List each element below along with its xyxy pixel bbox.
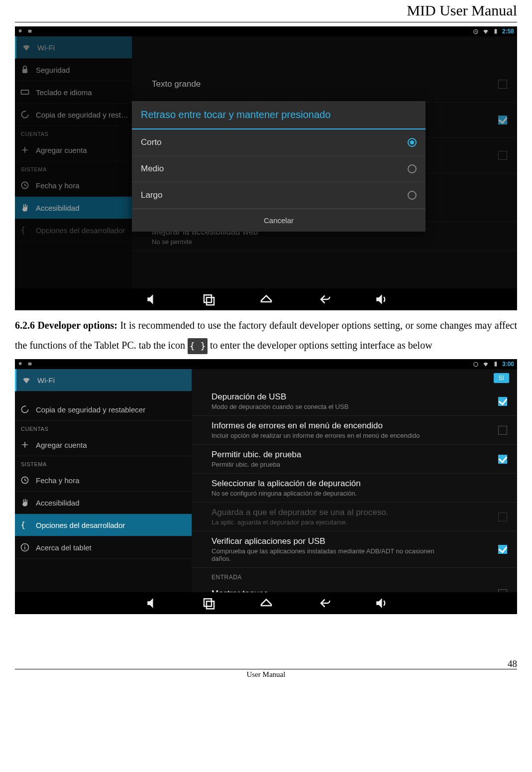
svg-rect-3 [495, 29, 497, 33]
home-icon[interactable] [259, 596, 274, 611]
back-icon[interactable] [316, 292, 331, 307]
bug-icon [18, 27, 25, 34]
sidebar-item-accessibility[interactable]: Accesibilidad [15, 492, 192, 514]
option-label: Medio [141, 164, 164, 174]
svg-point-10 [19, 362, 22, 365]
option-label: Largo [141, 190, 162, 200]
status-left [18, 360, 33, 369]
detail-select-debug-app[interactable]: Seleccionar la aplicación de depuración … [192, 474, 517, 503]
section-number: 6.2.6 Developer options: [15, 320, 117, 331]
alarm-icon [472, 28, 479, 35]
wifi-icon [21, 375, 31, 385]
detail-verify-usb-apps[interactable]: Verificar aplicaciones por USB Comprueba… [192, 531, 517, 568]
battery-icon [492, 361, 499, 368]
checkbox[interactable] [498, 397, 507, 406]
detail-title: Informes de errores en el menú de encend… [212, 421, 420, 431]
radio[interactable] [408, 191, 417, 200]
dialog-title: Retraso entre tocar y mantener presionad… [132, 101, 426, 129]
detail-usb-debug[interactable]: Depuración de USB Modo de depuración cua… [192, 387, 517, 416]
home-icon[interactable] [259, 292, 274, 307]
android-icon [26, 360, 33, 367]
dialog-option-short[interactable]: Corto [132, 129, 426, 156]
dialog-option-medium[interactable]: Medio [132, 156, 426, 182]
sidebar-item-wifi[interactable]: Wi-Fi [15, 369, 192, 391]
sidebar-header-system: SISTEMA [15, 456, 192, 469]
svg-rect-1 [28, 29, 32, 32]
sidebar-item-datetime[interactable]: Fecha y hora [15, 469, 192, 492]
android-icon [26, 27, 33, 34]
detail-title: Aguarda a que el depurador se una al pro… [212, 508, 388, 517]
footer-text: User Manual [247, 670, 286, 678]
dialog-cancel-button[interactable]: Cancelar [132, 209, 426, 232]
detail-title: Seleccionar la aplicación de depuración [212, 479, 361, 489]
checkbox[interactable] [498, 426, 507, 435]
detail-wait-debugger: Aguarda a que el depurador se una al pro… [192, 503, 517, 531]
volume-down-icon[interactable] [144, 292, 159, 307]
section-text-2: to enter the developer options setting i… [208, 340, 432, 351]
status-time: 2:58 [502, 28, 514, 35]
svg-rect-18 [24, 545, 25, 546]
svg-text:{ }: { } [21, 520, 30, 529]
sidebar-item-developer[interactable]: { } Opciones del desarrollador [15, 514, 192, 536]
option-label: Corto [141, 137, 162, 147]
radio[interactable] [408, 138, 417, 147]
system-nav-bar [15, 592, 517, 614]
sidebar-item-label: Opciones del desarrollador [36, 521, 125, 529]
dialog-option-long[interactable]: Largo [132, 182, 426, 209]
radio[interactable] [408, 164, 417, 173]
battery-icon [492, 28, 499, 35]
braces-icon: { } [20, 520, 30, 530]
sidebar-item-backup[interactable]: Copia de seguridad y restablecer [15, 398, 192, 421]
sidebar-item-label: Copia de seguridad y restablecer [36, 405, 145, 414]
back-icon[interactable] [316, 596, 331, 611]
detail-subtitle: Modo de depuración cuando se conecta el … [212, 403, 348, 410]
sidebar-item-label: Accesibilidad [36, 499, 80, 507]
info-icon [20, 542, 30, 552]
svg-rect-11 [28, 362, 32, 365]
screenshot-developer-options: 3:00 Wi-Fi Copia de seguridad y restable… [15, 359, 517, 614]
recents-icon[interactable] [202, 596, 216, 611]
detail-bugreport-menu[interactable]: Informes de errores en el menú de encend… [192, 416, 517, 445]
braces-icon: { } [188, 338, 208, 354]
settings-detail-panel: Sí Depuración de USB Modo de depuración … [192, 369, 517, 592]
wifi-icon [482, 28, 489, 35]
detail-title: Depuración de USB [212, 392, 348, 402]
svg-rect-13 [495, 362, 497, 366]
status-time: 3:00 [502, 361, 514, 368]
sidebar-item-label: Acerca del tablet [36, 543, 92, 552]
detail-title: Verificar aplicaciones por USB [212, 536, 442, 546]
sidebar-item-label: Wi-Fi [37, 376, 55, 385]
detail-title: Permitir ubic. de prueba [212, 450, 301, 460]
detail-show-touches[interactable]: Mostrar toques [192, 584, 517, 592]
page-header: MID User Manual [15, 0, 517, 22]
touch-delay-dialog: Retraso entre tocar y mantener presionad… [132, 101, 426, 232]
detail-subtitle: Permitir ubic. de prueba [212, 461, 301, 468]
svg-rect-19 [204, 599, 212, 606]
svg-point-12 [474, 363, 478, 367]
checkbox [498, 513, 507, 521]
checkbox[interactable] [498, 589, 507, 592]
sidebar-item-label: Agregar cuenta [36, 441, 87, 449]
developer-toggle[interactable]: Sí [494, 373, 509, 383]
detail-subtitle: Comprueba que las aplicaciones instalada… [212, 547, 442, 562]
checkbox[interactable] [498, 455, 507, 464]
sidebar-item-about[interactable]: Acerca del tablet [15, 536, 192, 559]
sidebar-item-add-account[interactable]: Agregar cuenta [15, 434, 192, 456]
detail-mock-locations[interactable]: Permitir ubic. de prueba Permitir ubic. … [192, 445, 517, 474]
alarm-icon [472, 361, 479, 368]
recents-icon[interactable] [202, 292, 216, 307]
detail-header-input: ENTRADA [192, 568, 517, 584]
status-bar: 3:00 [15, 359, 517, 369]
checkbox[interactable] [498, 545, 507, 554]
svg-rect-8 [204, 295, 212, 302]
status-bar: 2:58 [15, 26, 517, 36]
detail-subtitle: Incluir opción de realizar un informe de… [212, 432, 420, 439]
volume-down-icon[interactable] [144, 596, 159, 611]
backup-icon [20, 404, 30, 414]
svg-point-0 [19, 29, 22, 32]
volume-up-icon[interactable] [373, 292, 388, 307]
settings-sidebar: Wi-Fi Copia de seguridad y restablecer C… [15, 369, 192, 592]
status-left [18, 27, 33, 36]
volume-up-icon[interactable] [373, 596, 388, 611]
sidebar-item-label: Fecha y hora [36, 476, 80, 485]
